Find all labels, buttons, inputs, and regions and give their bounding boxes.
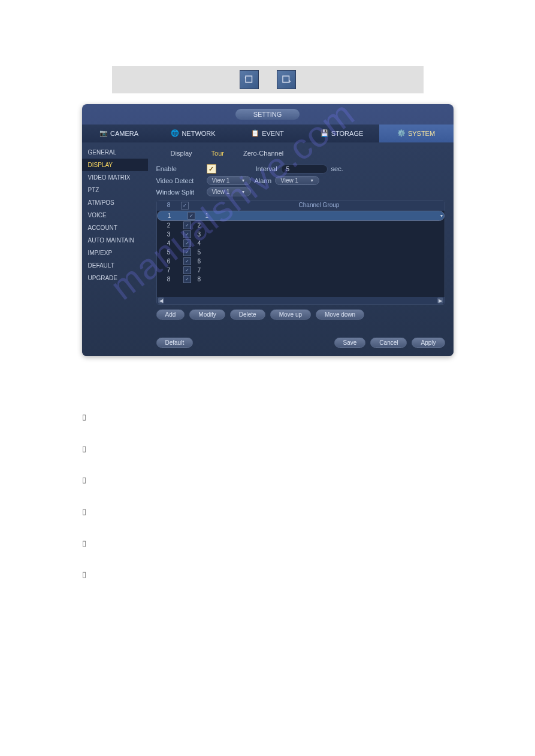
- toolbar-strip: [112, 66, 424, 93]
- bullet-icon: ▯: [82, 505, 89, 520]
- row-checkbox[interactable]: ✓: [183, 221, 191, 229]
- enable-checkbox[interactable]: ✓: [207, 164, 216, 174]
- enable-label: Enable: [156, 165, 203, 172]
- row-group: 2: [194, 222, 445, 229]
- sidebar-item-ptz[interactable]: PTZ: [82, 184, 148, 196]
- tab-storage[interactable]: 💾STORAGE: [305, 125, 379, 142]
- move-down-button[interactable]: Move down: [316, 309, 364, 320]
- apply-button[interactable]: Apply: [412, 338, 445, 348]
- table-row[interactable]: 4✓4: [157, 239, 445, 248]
- event-icon: 📋: [251, 129, 259, 138]
- row-checkbox[interactable]: ✓: [183, 248, 191, 256]
- bullet-icon: ▯: [82, 442, 89, 457]
- row-number: 4: [157, 240, 181, 247]
- alarm-select[interactable]: View 1: [275, 176, 319, 185]
- row-checkbox[interactable]: ✓: [188, 212, 195, 220]
- top-tabs: 📷CAMERA 🌐NETWORK 📋EVENT 💾STORAGE ⚙️SYSTE…: [82, 125, 454, 142]
- tab-event[interactable]: 📋EVENT: [231, 125, 305, 142]
- interval-input[interactable]: 5: [281, 165, 328, 174]
- rotate-left-icon[interactable]: [240, 70, 259, 89]
- col-header-check: ✓: [181, 202, 194, 210]
- table-row[interactable]: 5✓5: [157, 248, 445, 257]
- row-checkbox[interactable]: ✓: [183, 266, 191, 274]
- row-checkbox[interactable]: ✓: [183, 239, 191, 247]
- tab-network[interactable]: 🌐NETWORK: [156, 125, 231, 142]
- save-button[interactable]: Save: [334, 338, 366, 348]
- subtab-tour[interactable]: Tour: [209, 148, 226, 158]
- row-number: 5: [157, 249, 181, 256]
- subtab-display[interactable]: Display: [168, 148, 195, 158]
- row-checkbox[interactable]: ✓: [183, 230, 191, 238]
- table-row[interactable]: 2✓2: [157, 221, 445, 230]
- col-header-count: 8: [157, 202, 181, 210]
- table-row[interactable]: 7✓7: [157, 266, 445, 275]
- settings-window: SETTING 📷CAMERA 🌐NETWORK 📋EVENT 💾STORAGE…: [82, 104, 454, 356]
- row-group: 3: [194, 231, 445, 238]
- tab-camera[interactable]: 📷CAMERA: [82, 125, 156, 142]
- sidebar-item-account[interactable]: ACCOUNT: [82, 221, 148, 234]
- network-icon: 🌐: [171, 129, 179, 138]
- channel-table: 8 ✓ Channel Group 1✓12✓23✓34✓45✓56✓67✓78…: [156, 200, 445, 305]
- sidebar-item-atmpos[interactable]: ATM/POS: [82, 196, 148, 209]
- modify-button[interactable]: Modify: [189, 309, 225, 320]
- camera-icon: 📷: [99, 129, 108, 138]
- sidebar-item-imp-exp[interactable]: IMP/EXP: [82, 247, 148, 259]
- delete-button[interactable]: Delete: [230, 309, 265, 320]
- window-title: SETTING: [235, 109, 300, 120]
- table-row[interactable]: 8✓8: [157, 275, 445, 284]
- storage-icon: 💾: [321, 129, 329, 138]
- row-group: 1: [202, 212, 436, 219]
- sidebar-item-upgrade[interactable]: UPGRADE: [82, 272, 148, 284]
- sec-label: sec.: [331, 165, 343, 172]
- horizontal-scrollbar[interactable]: ◀ ▶: [157, 297, 445, 304]
- row-number: 1: [158, 212, 182, 219]
- col-header-group: Channel Group: [194, 202, 445, 210]
- default-button[interactable]: Default: [156, 338, 194, 348]
- video-detect-label: Video Detect: [156, 177, 203, 184]
- row-checkbox[interactable]: ✓: [183, 257, 191, 265]
- row-group: 5: [194, 249, 445, 256]
- row-group: 8: [194, 276, 445, 283]
- bullet-icon: ▯: [82, 410, 89, 425]
- title-bar: SETTING: [82, 104, 454, 125]
- row-number: 6: [157, 258, 181, 265]
- row-group: 6: [194, 258, 445, 265]
- add-button[interactable]: Add: [156, 309, 185, 320]
- bullet-icon: ▯: [82, 536, 89, 551]
- row-number: 7: [157, 267, 181, 274]
- sidebar-item-video-matrix[interactable]: VIDEO MATRIX: [82, 171, 148, 184]
- alarm-label: Alarm: [255, 177, 272, 184]
- bullet-icon: ▯: [82, 567, 89, 582]
- sidebar: GENERAL DISPLAY VIDEO MATRIX PTZ ATM/POS…: [82, 142, 148, 356]
- interval-label: Interval: [256, 165, 277, 172]
- cancel-button[interactable]: Cancel: [370, 338, 407, 348]
- scroll-right-icon[interactable]: ▶: [437, 297, 443, 303]
- move-up-button[interactable]: Move up: [270, 309, 311, 320]
- video-detect-select[interactable]: View 1: [207, 176, 251, 185]
- table-row[interactable]: 6✓6: [157, 257, 445, 266]
- bullet-icon: ▯: [82, 473, 89, 488]
- sidebar-item-voice[interactable]: VOICE: [82, 209, 148, 221]
- table-row[interactable]: 3✓3: [157, 230, 445, 239]
- tab-system[interactable]: ⚙️SYSTEM: [379, 125, 454, 142]
- window-split-label: Window Split: [156, 189, 203, 196]
- content-panel: Display Tour Zero-Channel Enable ✓ Inter…: [148, 142, 454, 356]
- sidebar-item-display[interactable]: DISPLAY: [82, 159, 148, 171]
- row-group: 7: [194, 267, 445, 274]
- sub-tabs: Display Tour Zero-Channel: [156, 148, 445, 158]
- table-row[interactable]: 1✓1: [157, 211, 445, 221]
- row-number: 8: [157, 276, 181, 283]
- sidebar-item-general[interactable]: GENERAL: [82, 146, 148, 159]
- row-number: 2: [157, 222, 181, 229]
- row-group: 4: [194, 240, 445, 247]
- system-icon: ⚙️: [397, 129, 406, 138]
- row-checkbox[interactable]: ✓: [183, 275, 191, 283]
- rotate-right-icon[interactable]: [277, 70, 296, 89]
- sidebar-item-default[interactable]: DEFAULT: [82, 259, 148, 272]
- window-split-select[interactable]: View 1: [207, 187, 251, 196]
- scroll-left-icon[interactable]: ◀: [158, 297, 164, 303]
- row-number: 3: [157, 231, 181, 238]
- subtab-zero-channel[interactable]: Zero-Channel: [241, 148, 286, 158]
- sidebar-item-auto-maintain[interactable]: AUTO MAINTAIN: [82, 234, 148, 247]
- document-body: ▯ ▯ ▯ ▯ ▯ ▯: [82, 410, 454, 582]
